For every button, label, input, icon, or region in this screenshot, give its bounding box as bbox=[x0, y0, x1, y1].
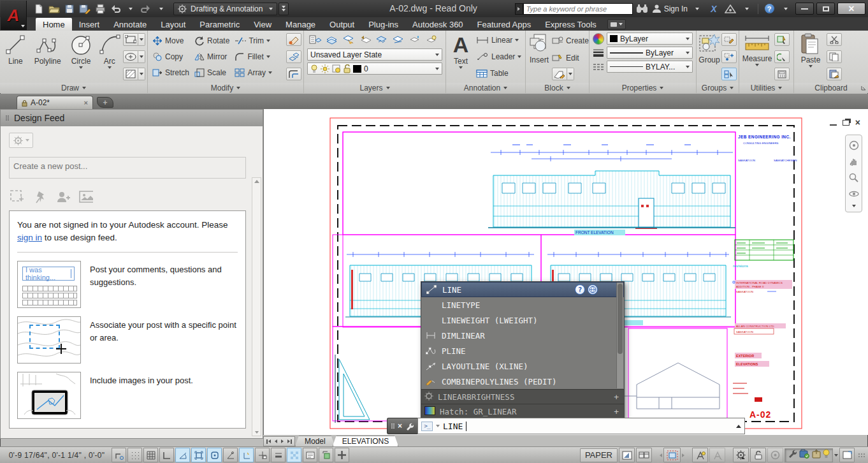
internet-search-icon[interactable] bbox=[588, 284, 598, 295]
workspace-switcher[interactable]: Drafting & Annotation bbox=[173, 3, 277, 15]
expand-plus-icon[interactable]: + bbox=[614, 392, 619, 402]
popup-item-hatch-gr-linear[interactable]: Hatch: GR_LINEAR + bbox=[421, 404, 624, 418]
hatch-dropdown[interactable] bbox=[138, 68, 145, 80]
toolbar-lock-button[interactable] bbox=[750, 448, 766, 462]
panel-label-clipboard[interactable]: Clipboard bbox=[794, 83, 868, 93]
transparency-toggle[interactable] bbox=[287, 448, 301, 462]
panel-label-modify[interactable]: Modify bbox=[148, 83, 303, 93]
minimize-button[interactable] bbox=[795, 3, 814, 15]
tag-person-icon[interactable] bbox=[56, 190, 70, 204]
scale-tool[interactable]: Scale bbox=[194, 68, 229, 77]
explode-tool[interactable] bbox=[286, 50, 301, 63]
layer-state-button[interactable] bbox=[324, 33, 340, 47]
sign-in-link[interactable]: sign in bbox=[17, 233, 42, 242]
arc-tool[interactable]: Arc bbox=[97, 32, 122, 82]
object-snap-toggle[interactable] bbox=[191, 448, 206, 462]
ellipse-tool[interactable] bbox=[123, 50, 138, 63]
tab-plugins[interactable]: Plug-ins bbox=[361, 18, 405, 31]
help-dropdown[interactable] bbox=[779, 2, 793, 16]
layer-lock-button[interactable] bbox=[423, 33, 439, 47]
define-attributes-tool[interactable] bbox=[552, 68, 567, 80]
popup-item-pline[interactable]: PLINE bbox=[421, 343, 624, 358]
close-button[interactable]: × bbox=[837, 3, 865, 15]
doc-minimize-icon[interactable] bbox=[830, 124, 837, 126]
tab-elevations[interactable]: ELEVATIONS bbox=[333, 436, 399, 446]
orbit-icon[interactable] bbox=[848, 188, 859, 199]
customization-wrench-icon[interactable] bbox=[788, 449, 797, 461]
dynamic-input-toggle[interactable] bbox=[255, 448, 270, 462]
first-layout-button[interactable] bbox=[265, 439, 272, 444]
group-tool[interactable]: Group bbox=[698, 32, 720, 82]
tab-model[interactable]: Model bbox=[295, 436, 335, 446]
qv-prev-icon[interactable] bbox=[660, 453, 662, 457]
make-current-button[interactable] bbox=[340, 33, 356, 47]
quick-select-tool[interactable] bbox=[774, 33, 790, 46]
annotation-monitor-toggle[interactable] bbox=[335, 448, 349, 462]
rectangle-tool[interactable] bbox=[123, 33, 138, 46]
snap-mode-toggle[interactable] bbox=[127, 448, 142, 462]
popup-scrollbar[interactable] bbox=[616, 283, 623, 388]
open-file-button[interactable] bbox=[47, 2, 61, 16]
polyline-tool[interactable]: Polyline bbox=[31, 32, 65, 82]
copy-tool[interactable]: Copy bbox=[152, 52, 189, 61]
popup-item-layoutline[interactable]: LAYOUTLINE (XLINE) bbox=[421, 358, 624, 374]
circle-tool[interactable]: Circle bbox=[66, 32, 96, 82]
paste-tool[interactable]: Paste bbox=[796, 32, 825, 82]
paste-special-tool[interactable] bbox=[827, 68, 842, 80]
fillet-tool[interactable]: Fillet bbox=[235, 52, 272, 61]
panel-launcher-icon[interactable] bbox=[861, 85, 866, 91]
pan-icon[interactable] bbox=[848, 156, 859, 167]
create-block-tool[interactable]: Create bbox=[552, 33, 589, 48]
panel-label-groups[interactable]: Groups bbox=[697, 83, 739, 93]
palette-scrollbar[interactable] bbox=[252, 177, 261, 436]
panel-label-layers[interactable]: Layers bbox=[304, 83, 445, 93]
command-close-icon[interactable]: × bbox=[398, 422, 402, 430]
stretch-tool[interactable]: Stretch bbox=[152, 68, 189, 77]
text-tool[interactable]: A Text bbox=[448, 32, 474, 82]
tab-manage[interactable]: Manage bbox=[278, 18, 322, 31]
search-scope-button[interactable] bbox=[515, 3, 523, 15]
expand-plus-icon[interactable]: + bbox=[614, 407, 619, 416]
tab-autodesk360[interactable]: Autodesk 360 bbox=[405, 18, 470, 31]
popup-item-linetype[interactable]: LINETYPE bbox=[421, 297, 624, 312]
panel-label-annotation[interactable]: Annotation bbox=[446, 83, 525, 93]
mirror-tool[interactable]: Mirror bbox=[194, 52, 229, 61]
tab-parametric[interactable]: Parametric bbox=[192, 18, 247, 31]
ellipse-dropdown[interactable] bbox=[138, 50, 145, 63]
quick-calc-tool[interactable] bbox=[774, 50, 790, 63]
tab-express-tools[interactable]: Express Tools bbox=[538, 18, 604, 31]
wrench-icon[interactable] bbox=[405, 422, 414, 430]
tab-output[interactable]: Output bbox=[322, 18, 361, 31]
tab-annotate[interactable]: Annotate bbox=[106, 18, 154, 31]
help-button[interactable]: ? bbox=[762, 2, 776, 16]
dimension-linear-tool[interactable]: Linear bbox=[476, 33, 521, 48]
undo-dropdown[interactable] bbox=[124, 2, 138, 16]
hatch-tool[interactable] bbox=[123, 68, 138, 80]
tab-insert[interactable]: Insert bbox=[72, 18, 107, 31]
edit-block-tool[interactable]: Edit bbox=[552, 50, 589, 66]
dynamic-ucs-toggle[interactable] bbox=[239, 448, 254, 462]
sign-in-dropdown[interactable] bbox=[690, 2, 704, 16]
new-drawing-tab-button[interactable]: + bbox=[97, 97, 113, 108]
plot-button[interactable] bbox=[93, 2, 107, 16]
object-color-dropdown[interactable]: ByLayer bbox=[607, 33, 693, 45]
tray-settings-icon[interactable] bbox=[834, 454, 838, 457]
redo-dropdown[interactable] bbox=[154, 2, 168, 16]
popup-item-combinepolylines[interactable]: COMBINEPOLYLINES (PEDIT) bbox=[421, 374, 624, 389]
sign-in-button[interactable]: Sign In bbox=[652, 4, 688, 13]
zoom-icon[interactable] bbox=[848, 172, 859, 183]
application-menu-button[interactable]: A bbox=[1, 1, 27, 30]
steering-wheel-button[interactable] bbox=[767, 448, 783, 462]
layer-previous-button[interactable] bbox=[357, 33, 373, 47]
quick-view-drawings-button[interactable] bbox=[663, 448, 681, 462]
annotation-visibility-button[interactable] bbox=[692, 448, 708, 462]
line-tool[interactable]: Line bbox=[2, 32, 29, 82]
panel-label-block[interactable]: Block bbox=[526, 83, 589, 93]
command-history-icon[interactable] bbox=[736, 425, 741, 428]
layer-freeze-button[interactable] bbox=[407, 33, 423, 47]
offset-tool[interactable] bbox=[286, 68, 301, 80]
save-as-button[interactable] bbox=[78, 2, 92, 16]
redo-button[interactable] bbox=[139, 2, 153, 16]
next-layout-button[interactable] bbox=[280, 439, 285, 443]
panel-label-properties[interactable]: Properties bbox=[590, 83, 696, 93]
